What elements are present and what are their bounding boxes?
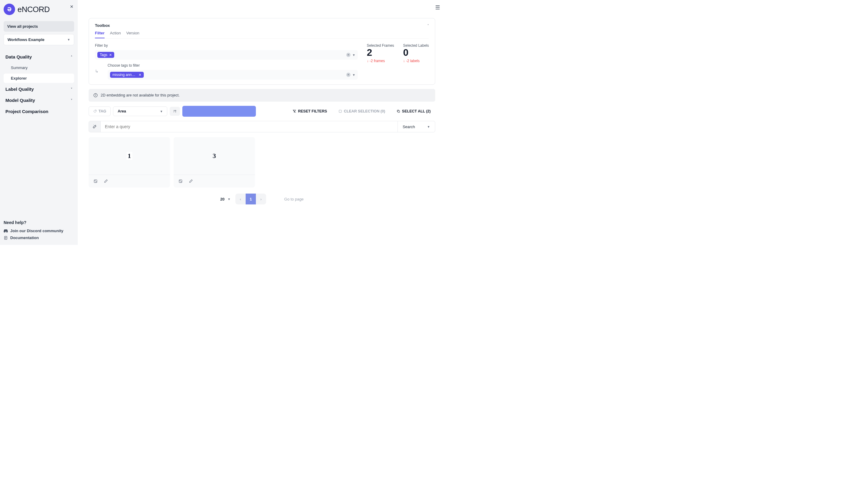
info-banner: 2D embedding are not available for this … [89, 89, 435, 101]
tab-action[interactable]: Action [110, 31, 121, 38]
page-number-button[interactable]: 1 [246, 193, 256, 204]
edit-icon[interactable] [189, 179, 193, 183]
search-mode-label: Search [403, 124, 415, 129]
goto-page-label[interactable]: Go to page [284, 197, 304, 201]
search-mode-selector[interactable]: Search ▼ [398, 121, 435, 132]
digit-image: 1 [128, 152, 131, 159]
brand-logo: Ə eNCORD [4, 4, 74, 15]
chip-tags[interactable]: Tags ✕ [97, 52, 114, 58]
deselect-icon [338, 110, 342, 113]
sort-button[interactable] [170, 107, 180, 116]
nav-explorer[interactable]: Explorer [4, 73, 74, 83]
filter-by-select[interactable]: Tags ✕ ✕ ▼ [95, 50, 358, 60]
edit-icon[interactable] [104, 179, 108, 183]
prev-page-button[interactable]: ‹ [236, 193, 246, 204]
view-all-projects-button[interactable]: View all projects [4, 21, 74, 32]
chevron-down-icon: ▼ [427, 125, 430, 128]
chevron-down-icon: ˅ [71, 98, 72, 102]
metric-label: Area [118, 109, 126, 113]
svg-rect-14 [94, 180, 97, 182]
next-page-button[interactable]: › [256, 193, 266, 204]
chip-missing-annotation[interactable]: missing annotati… ✕ [110, 72, 144, 78]
tab-version[interactable]: Version [126, 31, 139, 38]
selected-frames-stat: Selected Frames 2 ↓ -2 frames [367, 43, 394, 80]
svg-rect-12 [339, 110, 341, 113]
hamburger-menu-icon[interactable]: ☰ [435, 4, 440, 11]
tag-icon [93, 110, 97, 113]
select-all-label: SELECT ALL (2) [402, 109, 431, 113]
chevron-down-icon: ▼ [227, 198, 230, 201]
info-icon [93, 93, 98, 97]
choose-tags-label: Choose tags to filter [107, 63, 358, 67]
expand-icon[interactable] [179, 179, 183, 183]
tab-filter[interactable]: Filter [95, 31, 104, 38]
clear-selection-button[interactable]: CLEAR SELECTION (0) [334, 107, 390, 116]
search-input[interactable] [101, 121, 398, 132]
clear-label: CLEAR SELECTION (0) [344, 109, 385, 113]
nav-label: Project Comparison [5, 109, 49, 114]
chip-remove-icon[interactable]: ✕ [109, 53, 112, 57]
nav-data-quality[interactable]: Data Quality ˄ [4, 51, 74, 62]
stat-delta: ↓ -2 frames [367, 59, 394, 63]
docs-link[interactable]: Documentation [4, 234, 74, 241]
magic-search-button[interactable] [89, 121, 101, 132]
stat-value: 2 [367, 47, 394, 58]
sort-icon [173, 110, 177, 113]
chevron-down-icon: ▼ [160, 110, 163, 113]
indent-arrow-icon: ↳ [95, 69, 98, 73]
digit-image: 3 [213, 152, 216, 160]
discord-label: Join our Discord community [10, 229, 63, 233]
chevron-down-icon[interactable]: ▼ [352, 53, 355, 57]
discord-link[interactable]: Join our Discord community [4, 227, 74, 234]
chevron-up-icon: ˄ [71, 55, 72, 59]
banner-text: 2D embedding are not available for this … [101, 93, 180, 97]
select-all-icon [397, 110, 400, 113]
help-title: Need help? [4, 220, 74, 225]
page-size-selector[interactable]: 20 ▼ [220, 197, 230, 201]
project-name-label: Workflows Example [7, 37, 44, 42]
tag-label: TAG [98, 109, 106, 113]
tags-select[interactable]: missing annotati… ✕ ✕ ▼ [107, 70, 358, 80]
reset-filters-button[interactable]: RESET FILTERS [288, 107, 332, 116]
collapse-icon[interactable]: ˄ [427, 24, 429, 27]
project-selector[interactable]: Workflows Example ▼ [4, 34, 74, 45]
discord-icon [4, 229, 8, 233]
docs-label: Documentation [10, 236, 39, 240]
toolbox-panel: Toolbox ˄ Filter Action Version Filter b… [89, 18, 435, 85]
thumbnail: 1 [89, 137, 170, 175]
toolbox-title: Toolbox [95, 23, 110, 28]
select-all-button[interactable]: SELECT ALL (2) [392, 107, 435, 116]
result-card[interactable]: 1 [89, 137, 170, 187]
close-sidebar-icon[interactable]: ✕ [70, 4, 73, 9]
svg-rect-15 [179, 180, 182, 182]
selected-labels-stat: Selected Labels 0 ↓ -2 labels [403, 43, 429, 80]
distribution-bar[interactable] [182, 106, 256, 117]
metric-selector[interactable]: Area ▼ [113, 107, 167, 116]
reset-label: RESET FILTERS [298, 109, 327, 113]
filter-off-icon [293, 110, 296, 113]
nav-model-quality[interactable]: Model Quality ˅ [4, 95, 74, 106]
nav-label: Model Quality [5, 98, 35, 103]
logo-mark-icon: Ə [4, 4, 15, 15]
clear-icon[interactable]: ✕ [346, 53, 350, 57]
result-card[interactable]: 3 [174, 137, 255, 187]
chevron-down-icon[interactable]: ▼ [352, 73, 355, 77]
chip-remove-icon[interactable]: ✕ [138, 73, 141, 77]
nav-summary[interactable]: Summary [4, 63, 74, 72]
nav-project-comparison[interactable]: Project Comparison [4, 106, 74, 117]
page-size-value: 20 [220, 197, 224, 201]
nav-label: Label Quality [5, 87, 34, 92]
expand-icon[interactable] [93, 179, 98, 183]
chevron-down-icon: ▼ [67, 38, 70, 41]
nav-label-quality[interactable]: Label Quality ˅ [4, 84, 74, 95]
filter-by-label: Filter by [95, 43, 358, 48]
chip-label: Tags [100, 53, 107, 57]
stat-delta: ↓ -2 labels [403, 59, 429, 63]
magic-wand-icon [93, 124, 97, 129]
tag-button[interactable]: TAG [89, 107, 111, 116]
svg-rect-13 [398, 111, 400, 113]
nav-label: Data Quality [5, 54, 32, 59]
stat-value: 0 [403, 47, 429, 58]
chevron-down-icon: ˅ [71, 87, 72, 91]
clear-icon[interactable]: ✕ [346, 73, 350, 77]
